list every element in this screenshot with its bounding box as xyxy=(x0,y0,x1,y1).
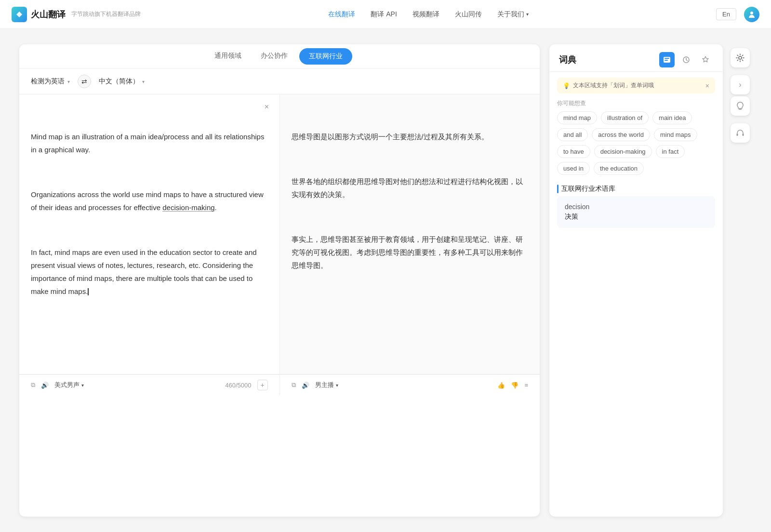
header: 火山翻译 字节跳动旗下机器翻译品牌 在线翻译 翻译 API 视频翻译 火山同传 … xyxy=(0,0,771,29)
tag-mind-maps[interactable]: mind maps xyxy=(654,128,697,141)
chevron-down-icon: ▾ xyxy=(526,12,529,17)
source-text-area[interactable]: × Mind map is an illustration of a main … xyxy=(19,94,280,374)
target-voice-select[interactable]: 男主播 ▾ xyxy=(315,381,338,389)
nav-item-video[interactable]: 视频翻译 xyxy=(412,10,439,19)
header-nav: 在线翻译 翻译 API 视频翻译 火山同传 关于我们 ▾ xyxy=(328,10,528,19)
expand-button[interactable]: + xyxy=(257,380,268,390)
tag-in-fact[interactable]: in fact xyxy=(656,145,685,158)
source-bottom-bar: ⧉ 🔊 美式男声 ▾ 460/5000 + xyxy=(19,374,280,395)
tag-mind-map[interactable]: mind map xyxy=(557,111,597,124)
svg-point-5 xyxy=(739,56,742,59)
expand-sidebar-button[interactable]: › xyxy=(731,75,750,94)
source-bottom-left: ⧉ 🔊 美式男声 ▾ xyxy=(31,381,84,389)
chevron-down-icon: ▾ xyxy=(67,79,70,84)
tag-illustration-of[interactable]: illustration of xyxy=(601,111,649,124)
svg-rect-2 xyxy=(665,58,669,59)
source-language-select[interactable]: 检测为英语 ▾ xyxy=(31,77,70,86)
settings-button[interactable] xyxy=(731,48,750,67)
hint-close-button[interactable]: × xyxy=(705,82,709,90)
clear-text-button[interactable]: × xyxy=(262,102,272,112)
svg-rect-3 xyxy=(665,60,668,61)
dictionary-tab-favorites[interactable] xyxy=(698,52,713,67)
lightbulb-icon: 💡 xyxy=(563,82,570,89)
source-copy-button[interactable]: ⧉ xyxy=(31,381,35,389)
headset-sidebar-button[interactable] xyxy=(731,123,750,143)
nav-item-translate[interactable]: 在线翻译 xyxy=(328,10,355,19)
language-toggle-button[interactable]: En xyxy=(716,8,736,20)
industry-term-word: decision xyxy=(565,203,707,211)
dictionary-panel: 词典 xyxy=(549,44,723,517)
source-bottom-right: 460/5000 + xyxy=(225,380,267,390)
logo-name: 火山翻译 xyxy=(31,9,66,20)
hint-text: 文本区域支持「划词」查单词哦 xyxy=(573,81,654,90)
svg-point-0 xyxy=(750,12,753,14)
logo-tagline: 字节跳动旗下机器翻译品牌 xyxy=(71,10,141,18)
hint-bar: 💡 文本区域支持「划词」查单词哦 × xyxy=(557,78,715,93)
industry-term-card[interactable]: decision 决策 xyxy=(557,196,715,228)
source-text[interactable]: Mind map is an illustration of a main id… xyxy=(31,104,268,324)
header-left: 火山翻译 字节跳动旗下机器翻译品牌 xyxy=(12,7,141,22)
dictionary-tab-history[interactable] xyxy=(678,52,694,67)
tab-general[interactable]: 通用领域 xyxy=(205,45,251,68)
dictionary-title: 词典 xyxy=(559,54,576,66)
bulb-sidebar-button[interactable] xyxy=(731,96,750,116)
suggestion-tags: mind map illustration of main idea and a… xyxy=(549,111,723,181)
chevron-down-icon: ▾ xyxy=(81,383,84,388)
nav-item-realtime[interactable]: 火山同传 xyxy=(455,10,482,19)
tab-office[interactable]: 办公协作 xyxy=(251,45,297,68)
nav-item-api[interactable]: 翻译 API xyxy=(371,10,397,19)
target-bottom-left: ⧉ 🔊 男主播 ▾ xyxy=(292,381,338,389)
header-right: En xyxy=(716,7,759,22)
industry-term-translation: 决策 xyxy=(565,213,707,221)
tag-and-all[interactable]: and all xyxy=(557,128,588,141)
target-copy-button[interactable]: ⧉ xyxy=(292,381,296,389)
chevron-down-icon: ▾ xyxy=(142,79,145,84)
translation-panel: 通用领域 办公协作 互联网行业 检测为英语 ▾ ⇄ 中文（简体） ▾ × Min… xyxy=(19,44,540,517)
avatar[interactable] xyxy=(744,7,759,22)
svg-rect-7 xyxy=(743,133,744,136)
tag-decision-making[interactable]: decision-making xyxy=(594,145,652,158)
tag-used-in[interactable]: used in xyxy=(557,162,590,175)
target-bottom-right: 👍 👎 ≡ xyxy=(497,382,528,389)
tag-to-have[interactable]: to have xyxy=(557,145,590,158)
tab-internet[interactable]: 互联网行业 xyxy=(299,48,352,65)
chevron-down-icon: ▾ xyxy=(336,383,338,388)
language-selector-row: 检测为英语 ▾ ⇄ 中文（简体） ▾ xyxy=(19,69,540,94)
target-speaker-button[interactable]: 🔊 xyxy=(302,382,309,389)
tag-main-idea[interactable]: main idea xyxy=(652,111,692,124)
industry-label: 互联网行业术语库 xyxy=(561,185,615,193)
dictionary-tab-icons xyxy=(659,52,713,67)
character-count: 460/5000 xyxy=(225,382,251,389)
swap-languages-button[interactable]: ⇄ xyxy=(78,75,91,88)
target-text: 思维导图是以图形方式说明一个主要想法/过程及其所有关系。 世界各地的组织都使用思… xyxy=(292,104,529,298)
logo: 火山翻译 字节跳动旗下机器翻译品牌 xyxy=(12,7,141,22)
tag-the-education[interactable]: the education xyxy=(594,162,644,175)
target-language-select[interactable]: 中文（简体） ▾ xyxy=(99,77,145,86)
dictionary-header: 词典 xyxy=(549,44,723,72)
industry-term-bar: 互联网行业术语库 xyxy=(549,181,723,196)
main-container: 通用领域 办公协作 互联网行业 检测为英语 ▾ ⇄ 中文（简体） ▾ × Min… xyxy=(0,29,771,532)
text-areas: × Mind map is an illustration of a main … xyxy=(19,94,540,374)
bottom-bars: ⧉ 🔊 美式男声 ▾ 460/5000 + ⧉ 🔊 xyxy=(19,374,540,395)
dislike-button[interactable]: 👎 xyxy=(511,382,518,389)
more-options-button[interactable]: ≡ xyxy=(524,382,528,389)
industry-bar-accent xyxy=(557,185,558,193)
target-text-area: 思维导图是以图形方式说明一个主要想法/过程及其所有关系。 世界各地的组织都使用思… xyxy=(280,94,540,374)
logo-icon xyxy=(12,7,27,22)
dict-and-sidebar: 词典 xyxy=(549,44,752,517)
domain-tabs: 通用领域 办公协作 互联网行业 xyxy=(19,44,540,69)
source-voice-select[interactable]: 美式男声 ▾ xyxy=(54,381,84,389)
dictionary-tab-active[interactable] xyxy=(659,52,675,67)
right-sidebar: › xyxy=(729,44,752,517)
source-speaker-button[interactable]: 🔊 xyxy=(41,382,49,389)
svg-rect-6 xyxy=(737,133,738,136)
nav-item-about[interactable]: 关于我们 ▾ xyxy=(497,10,529,19)
maybe-you-want-label: 你可能想查 xyxy=(549,97,723,111)
tag-across-the-world[interactable]: across the world xyxy=(592,128,650,141)
target-bottom-bar: ⧉ 🔊 男主播 ▾ 👍 👎 ≡ xyxy=(280,374,540,395)
like-button[interactable]: 👍 xyxy=(497,382,505,389)
